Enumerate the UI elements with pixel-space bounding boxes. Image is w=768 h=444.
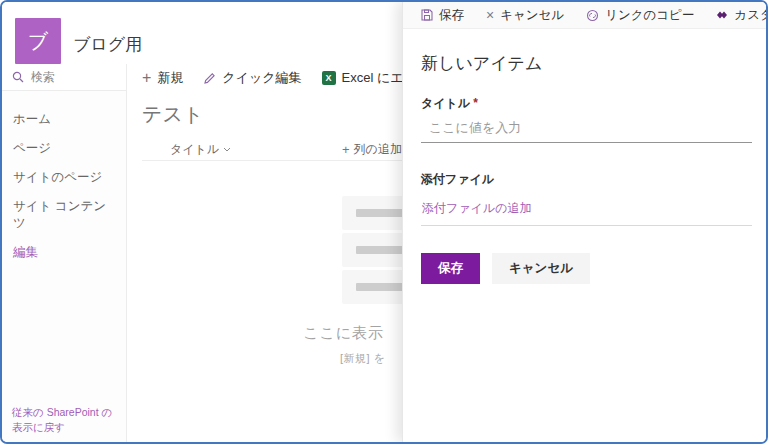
plus-icon: + — [342, 143, 350, 156]
column-header-title[interactable]: タイトル — [170, 141, 231, 158]
customize-command[interactable]: カスタマイズ — [716, 7, 768, 24]
add-column-button[interactable]: + 列の追加 — [342, 141, 402, 158]
title-field-group: タイトル* — [421, 93, 752, 143]
sidebar-item-site-contents[interactable]: サイト コンテンツ — [2, 192, 126, 238]
site-title: ブログ用 — [73, 33, 142, 56]
sidebar-item-pages[interactable]: ページ — [2, 134, 126, 163]
list-view-title: テスト — [142, 101, 203, 128]
search-placeholder: 検索 — [31, 69, 55, 86]
quick-edit-button[interactable]: クイック編集 — [203, 69, 301, 87]
site-header: ブ ブログ用 — [2, 2, 402, 64]
new-item-label: 新規 — [157, 69, 183, 87]
copy-link-command-label: リンクのコピー — [605, 7, 694, 24]
sidebar-item-home[interactable]: ホーム — [2, 105, 126, 134]
copy-link-command[interactable]: リンクのコピー — [586, 7, 694, 24]
panel-save-command[interactable]: 保存 — [421, 7, 464, 24]
attachments-field-group: 添付ファイル 添付ファイルの追加 — [421, 169, 752, 226]
attachments-field-label: 添付ファイル — [421, 172, 494, 186]
panel-cancel-command-label: キャンセル — [500, 7, 564, 24]
search-input[interactable]: 検索 — [2, 64, 126, 91]
panel-title: 新しいアイテム — [421, 52, 752, 75]
classic-sharepoint-link[interactable]: 従来の SharePoint の表示に戻す — [12, 405, 120, 437]
sidebar-item-edit[interactable]: 編集 — [2, 238, 126, 267]
pencil-icon — [203, 72, 216, 85]
required-asterisk: * — [473, 96, 478, 110]
chevron-down-icon — [223, 147, 231, 152]
copy-link-icon — [586, 9, 599, 22]
empty-list-message: ここに表示 — [303, 324, 384, 343]
panel-command-bar: 保存 × キャンセル リンクのコピー カスタマイズ × — [403, 2, 768, 29]
panel-cancel-command[interactable]: × キャンセル — [486, 7, 564, 24]
empty-list-hint: [新規] を — [340, 351, 385, 366]
sharepoint-window: ブ ブログ用 検索 ホーム ページ サイトのページ サイト コンテンツ 編集 従… — [0, 0, 768, 444]
customize-command-label: カスタマイズ — [734, 7, 768, 24]
sidebar-nav: ホーム ページ サイトのページ サイト コンテンツ 編集 — [2, 91, 126, 267]
save-button[interactable]: 保存 — [421, 253, 480, 284]
column-header-title-label: タイトル — [170, 141, 219, 158]
save-icon — [421, 9, 433, 21]
panel-save-command-label: 保存 — [439, 7, 464, 24]
illustration-bar — [356, 283, 404, 291]
powerapps-icon — [716, 9, 728, 21]
plus-icon: + — [142, 70, 151, 86]
title-input[interactable] — [421, 112, 752, 143]
search-icon — [12, 71, 24, 83]
excel-icon: X — [322, 71, 336, 85]
sidebar: 検索 ホーム ページ サイトのページ サイト コンテンツ 編集 従来の Shar… — [2, 64, 127, 442]
new-item-button[interactable]: + 新規 — [142, 69, 183, 87]
quick-edit-label: クイック編集 — [222, 69, 301, 87]
site-logo-letter: ブ — [28, 28, 48, 55]
add-attachment-link[interactable]: 添付ファイルの追加 — [421, 200, 752, 226]
cancel-x-icon: × — [486, 8, 494, 22]
illustration-bar — [356, 209, 404, 217]
title-field-label: タイトル — [421, 96, 470, 110]
new-item-panel: 保存 × キャンセル リンクのコピー カスタマイズ × 新しいアイテム — [402, 2, 768, 442]
cancel-button[interactable]: キャンセル — [492, 253, 590, 284]
sidebar-item-site-pages[interactable]: サイトのページ — [2, 163, 126, 192]
panel-body: 新しいアイテム タイトル* 添付ファイル 添付ファイルの追加 保存 キャンセル — [403, 29, 768, 284]
panel-footer: 保存 キャンセル — [421, 253, 752, 284]
illustration-bar — [356, 246, 404, 254]
add-column-label: 列の追加 — [354, 141, 402, 158]
site-logo-tile[interactable]: ブ — [15, 18, 61, 64]
